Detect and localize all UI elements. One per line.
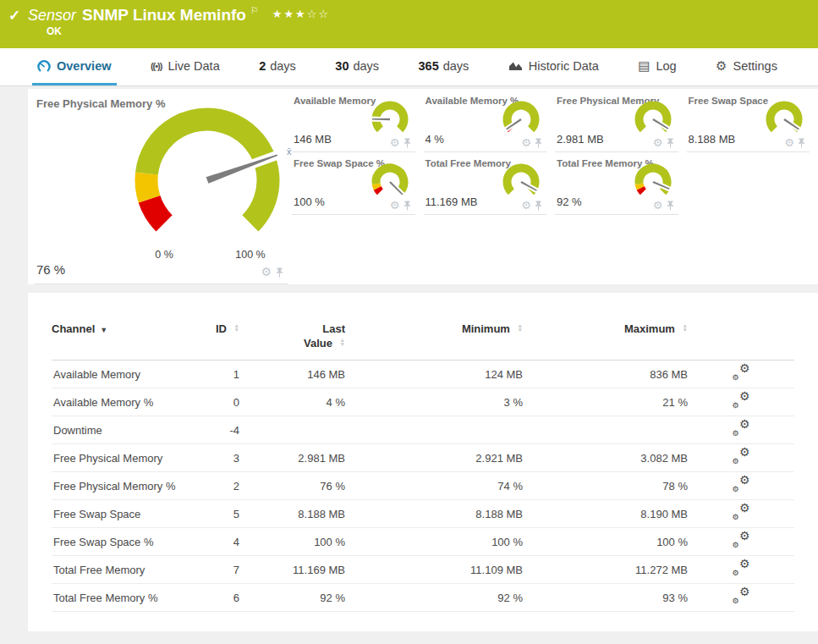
mini-gauge-actions: ⚙ — [653, 200, 674, 211]
pin-icon[interactable] — [535, 138, 542, 148]
mini-gauge-actions: ⚙ — [390, 200, 411, 211]
tab-overview[interactable]: Overview — [32, 48, 117, 85]
main-gauge: x̄ — [110, 99, 303, 245]
flag-icon[interactable]: ⚐ — [250, 5, 259, 15]
mini-gauge-panel: Total Free Memory %92 %⚙ — [555, 152, 678, 215]
tab-log[interactable]: ▤Log — [633, 48, 681, 85]
channel-maximum: 100 % — [523, 536, 688, 548]
sort-arrows-icon[interactable]: ▲▼ — [340, 338, 345, 346]
channel-name[interactable]: Downtime — [52, 424, 201, 437]
area-chart-icon — [508, 60, 523, 71]
channel-settings-icon[interactable]: ⚙⚙ — [733, 532, 750, 548]
sensor-title: SNMP Linux Meminfo — [82, 6, 246, 24]
tab-2-days[interactable]: 2days — [254, 48, 301, 85]
pin-icon[interactable] — [667, 201, 674, 211]
table-row: Available Memory1146 MB124 MB836 MB⚙⚙ — [52, 361, 794, 388]
main-gauge-actions: ⚙ — [261, 267, 283, 278]
tab-label: Live Data — [167, 59, 219, 73]
tab-label: days — [270, 59, 296, 73]
log-icon: ▤ — [638, 59, 650, 72]
channel-name[interactable]: Available Memory — [52, 368, 201, 381]
pin-icon[interactable] — [667, 138, 674, 148]
gear-icon[interactable]: ⚙ — [261, 267, 272, 278]
channel-settings-icon[interactable]: ⚙⚙ — [733, 560, 750, 576]
pin-icon[interactable] — [535, 201, 542, 211]
channel-name[interactable]: Available Memory % — [52, 396, 201, 409]
broadcast-icon: ((•)) — [151, 61, 162, 71]
gauge-icon — [37, 59, 51, 73]
sort-arrows-icon[interactable]: ▲▼ — [683, 323, 688, 332]
channel-name[interactable]: Total Free Memory — [52, 564, 201, 576]
channel-settings-icon[interactable]: ⚙⚙ — [733, 449, 750, 465]
channel-settings-icon[interactable]: ⚙⚙ — [733, 421, 750, 437]
gear-icon[interactable]: ⚙ — [653, 137, 663, 148]
table-row: Downtime-4⚙⚙ — [52, 416, 794, 444]
gear-icon[interactable]: ⚙ — [521, 137, 531, 148]
pin-icon[interactable] — [276, 267, 283, 278]
main-gauge-panel: Free Physical Memory % x̄ 0 % 100 % 76 %… — [28, 89, 292, 284]
mini-gauge-panel: Available Memory146 MB⚙ — [292, 90, 415, 152]
gauge-scale-max: 100 % — [232, 249, 269, 261]
channel-minimum: 74 % — [345, 480, 523, 493]
column-header-channel[interactable]: Channel▼ — [52, 322, 201, 338]
tab-label: Log — [656, 59, 676, 73]
tab-settings[interactable]: ⚙Settings — [711, 48, 782, 85]
column-header-last-value[interactable]: LastValue ▲▼ — [239, 322, 345, 350]
gauges-card: Free Physical Memory % x̄ 0 % 100 % 76 %… — [28, 89, 818, 284]
column-header-maximum[interactable]: Maximum ▲▼ — [523, 322, 688, 336]
status-badge: OK — [47, 25, 62, 37]
channel-minimum: 2.921 MB — [345, 452, 523, 465]
pin-icon[interactable] — [404, 138, 411, 148]
channel-settings-icon[interactable]: ⚙⚙ — [733, 476, 750, 493]
channel-last-value: 2.981 MB — [239, 452, 345, 465]
channel-name[interactable]: Free Swap Space % — [52, 536, 201, 548]
tab-30-days[interactable]: 30days — [330, 48, 384, 85]
channel-settings-icon[interactable]: ⚙⚙ — [733, 365, 750, 381]
channel-name[interactable]: Free Physical Memory % — [52, 480, 201, 493]
gear-icon[interactable]: ⚙ — [390, 200, 400, 211]
gear-icon[interactable]: ⚙ — [521, 200, 531, 211]
rating-stars[interactable]: ★★★☆☆ — [272, 8, 330, 20]
mini-gauge-actions: ⚙ — [784, 137, 805, 148]
channel-last-value: 11.169 MB — [239, 564, 345, 576]
channel-last-value: 76 % — [239, 480, 345, 493]
content-area: Free Physical Memory % x̄ 0 % 100 % 76 %… — [0, 86, 818, 644]
tab-live-data[interactable]: ((•))Live Data — [145, 48, 225, 85]
channel-maximum: 11.272 MB — [523, 564, 688, 576]
mini-gauge-panel: Available Memory %4 %⚙ — [424, 90, 547, 152]
channel-minimum: 8.188 MB — [345, 508, 523, 520]
mini-gauge-actions: ⚙ — [653, 137, 674, 148]
channel-settings-icon[interactable]: ⚙⚙ — [733, 588, 750, 604]
table-row: Free Physical Memory32.981 MB2.921 MB3.0… — [52, 444, 794, 472]
column-header-id[interactable]: ID ▲▼ — [201, 322, 239, 336]
mini-gauge-value: 92 % — [557, 195, 582, 208]
column-header-minimum[interactable]: Minimum ▲▼ — [345, 322, 523, 336]
channel-name[interactable]: Total Free Memory % — [52, 592, 201, 604]
channel-settings-icon[interactable]: ⚙⚙ — [733, 504, 750, 520]
tab-label: days — [443, 59, 469, 73]
tab-365-days[interactable]: 365days — [414, 48, 475, 85]
tab-historic-data[interactable]: Historic Data — [503, 48, 604, 85]
divider — [35, 283, 288, 284]
channel-minimum: 100 % — [345, 536, 523, 548]
channel-last-value: 8.188 MB — [239, 508, 345, 520]
channel-maximum: 21 % — [523, 396, 688, 409]
channel-id: 0 — [201, 396, 239, 409]
channel-maximum: 3.082 MB — [523, 452, 688, 465]
gear-icon[interactable]: ⚙ — [390, 137, 400, 148]
mini-gauge — [629, 96, 677, 142]
mini-gauge-actions: ⚙ — [521, 200, 542, 211]
pin-icon[interactable] — [404, 201, 411, 211]
mini-gauge-panel: Free Swap Space %100 %⚙ — [292, 152, 415, 215]
channel-maximum: 78 % — [523, 480, 688, 493]
gear-icon[interactable]: ⚙ — [784, 137, 794, 148]
channel-minimum: 92 % — [345, 592, 523, 604]
gear-icon[interactable]: ⚙ — [653, 200, 663, 211]
channel-settings-icon[interactable]: ⚙⚙ — [733, 393, 750, 409]
pin-icon[interactable] — [798, 138, 805, 148]
channel-name[interactable]: Free Physical Memory — [52, 452, 201, 465]
channel-id: 7 — [201, 564, 239, 576]
channel-name[interactable]: Free Swap Space — [52, 508, 201, 520]
mini-gauge — [497, 96, 545, 142]
table-row: Free Physical Memory %276 %74 %78 %⚙⚙ — [52, 472, 794, 500]
